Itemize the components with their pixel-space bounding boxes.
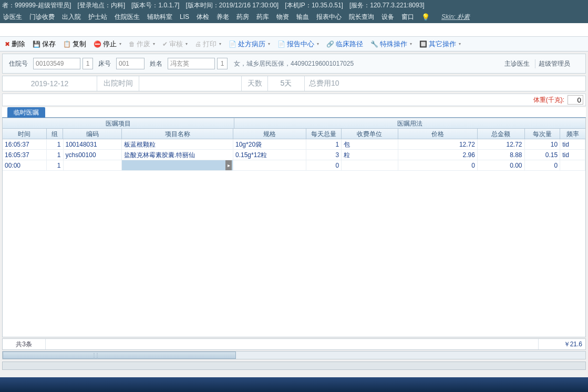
menu-outpatient-fee[interactable]: 门诊收费 [29,13,55,22]
col-daily[interactable]: 每天总量 [306,129,342,139]
name-selector[interactable]: 1 [217,58,228,69]
stop-icon: ⛔ [94,40,101,48]
menu-window[interactable]: 窗口 [401,13,414,22]
other-icon: 🔲 [419,40,427,48]
menu-physical-exam[interactable]: 体检 [197,13,209,22]
clinical-path-button[interactable]: 🔗临床路径 [325,38,365,50]
void-button[interactable]: 🗑作废 [127,38,157,50]
admit-no-selector[interactable]: 1 [82,58,93,69]
col-name[interactable]: 项目名称 [122,129,233,139]
tab-temp-orders[interactable]: 临时医嘱 [7,107,45,118]
record-count: 共3条 [3,339,46,349]
col-dose[interactable]: 每次量 [525,129,561,139]
doctor-label: 主诊医生 [501,59,533,68]
menu-aux-dept[interactable]: 辅助科室 [147,13,172,22]
audit-button[interactable]: ✔审核 [161,38,189,50]
weight-bar: 体重(千克): [2,94,586,106]
grid-group-header: 医嘱项目 医嘱用法 [3,118,585,129]
toolbar: ✖删除 💾保存 📋复制 ⛔停止 🗑作废 ✔审核 🖨打印 📄处方病历 📄报告中心 … [0,37,588,51]
bed-label: 床号 [95,59,114,68]
path-icon: 🔗 [326,40,334,48]
bed-input[interactable] [116,58,145,69]
delete-icon: ✖ [5,40,10,48]
doctor-value: 超级管理员 [535,59,582,68]
rx-history-button[interactable]: 📄处方病历 [227,38,272,50]
menu-drug-store[interactable]: 药库 [256,13,269,22]
table-row-editing[interactable]: 00:00 1 0 0 0.00 0 [3,160,585,171]
title-user: 者：999999-超级管理员] [2,0,71,11]
title-bar: 者：999999-超级管理员] [登录地点：内科] [版本号：1.0.1.7] … [0,0,588,11]
menu-elderly-care[interactable]: 养老 [216,13,229,22]
title-login-loc: [登录地点：内科] [77,0,125,11]
days-label: 天数 [242,76,268,91]
copy-button[interactable]: 📋复制 [61,38,88,50]
patient-info-text: 女，城乡居民医保，440902196001017025 [230,59,499,68]
title-version: [版本号：1.0.1.7] [131,0,179,11]
total-amount: ￥21.6 [538,339,585,349]
taskbar [0,377,588,392]
report-center-button[interactable]: 📄报告中心 [276,38,321,50]
other-ops-button[interactable]: 🔲其它操作 [418,38,462,50]
table-row[interactable]: 16:05:37 1 ychs00100 盐酸克林霉素胶囊.特丽仙 0.15g*… [3,150,585,160]
menu-inpatient-doctor[interactable]: 住院医生 [115,13,140,22]
copy-icon: 📋 [63,40,71,48]
admit-no-input[interactable] [33,58,80,69]
save-icon: 💾 [33,40,40,48]
tab-area [0,23,588,37]
special-icon: 🔧 [370,40,378,48]
menu-admit-discharge[interactable]: 出入院 [62,13,81,22]
col-amount[interactable]: 总金额 [478,129,525,139]
col-freq[interactable]: 频率 [560,129,585,139]
patient-form: 住院号 1 床号 姓名 1 女，城乡居民医保，44090219600101702… [2,54,586,74]
date-bar: 2019-12-12 出院时间 天数 5天 总费用10 [2,76,586,91]
discharge-label: 出院时间 [97,76,139,91]
doc-icon: 📄 [229,40,236,48]
col-price[interactable]: 价格 [398,129,478,139]
print-button[interactable]: 🖨打印 [193,38,223,50]
admit-date: 2019-12-12 [3,76,97,91]
orders-grid: 医嘱项目 医嘱用法 时间 组 编码 项目名称 规格 每天总量 收费单位 价格 总… [2,118,586,337]
save-button[interactable]: 💾保存 [31,38,57,50]
title-service: [服务：120.77.3.221:8093] [349,0,425,11]
weight-input[interactable] [568,95,583,105]
outer-scrollbar[interactable] [2,362,586,370]
menu-materials[interactable]: 物资 [276,13,289,22]
menu-blood[interactable]: 输血 [296,13,309,22]
grid-footer: 共3条 ￥21.6 [2,338,586,350]
table-row[interactable]: 16:05:37 1 100148031 板蓝根颗粒 10g*20袋 1 包 1… [3,139,585,150]
menu-bar: 诊医生 门诊收费 出入院 护士站 住院医生 辅助科室 LIS 体检 养老 药房 … [0,11,588,23]
col-code[interactable]: 编码 [63,129,122,139]
col-time[interactable]: 时间 [3,129,47,139]
void-icon: 🗑 [129,40,135,48]
print-icon: 🖨 [195,40,201,48]
special-ops-button[interactable]: 🔧特殊操作 [369,38,414,50]
menu-report-center[interactable]: 报表中心 [316,13,342,22]
title-local-ip: [本机IP：10.35.0.51] [285,0,343,11]
title-version-time: [版本时间：2019/12/16 17:30:00] [185,0,278,11]
col-group[interactable]: 组 [47,129,64,139]
menu-nurse-station[interactable]: 护士站 [88,13,107,22]
menu-director-query[interactable]: 院长查询 [349,13,374,22]
horizontal-scrollbar[interactable] [2,351,586,359]
weight-label: 体重(千克): [533,96,564,105]
scrollbar-thumb[interactable] [3,352,236,359]
stop-button[interactable]: ⛔停止 [92,38,123,50]
report-icon: 📄 [277,40,285,48]
group-project: 医嘱项目 [3,118,234,128]
col-unit[interactable]: 收费单位 [342,129,398,139]
days-value: 5天 [268,76,305,91]
menu-device[interactable]: 设备 [381,13,394,22]
delete-button[interactable]: ✖删除 [3,38,27,50]
bulb-icon[interactable]: 💡 [421,13,430,21]
menu-outpatient-doctor[interactable]: 诊医生 [3,13,22,22]
menu-lis[interactable]: LIS [180,13,189,20]
name-edit-cell[interactable] [122,160,233,170]
menu-pharmacy[interactable]: 药房 [236,13,249,22]
tab-strip: 临时医嘱 [2,107,586,118]
skin-selector[interactable]: Skin: 朴素 [441,13,470,22]
discharge-value [139,76,242,91]
audit-icon: ✔ [162,40,168,48]
name-input[interactable] [168,58,215,69]
col-spec[interactable]: 规格 [233,129,306,139]
group-usage: 医嘱用法 [234,118,585,128]
